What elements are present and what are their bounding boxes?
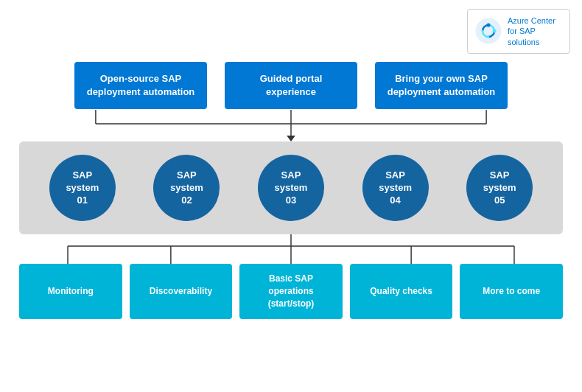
- azure-logo-icon: [475, 18, 502, 44]
- svg-marker-8: [287, 136, 295, 141]
- top-connector-svg: [19, 109, 563, 141]
- bottom-connector-svg: [19, 234, 563, 264]
- bottom-box-discoverability: Discoverability: [130, 264, 233, 318]
- azure-badge-label: Azure Center for SAP solutions: [508, 15, 555, 47]
- top-box-opensource: Open-source SAP deployment automation: [74, 62, 207, 109]
- sap-circle-03: SAPsystem03: [258, 155, 324, 221]
- middle-band: SAPsystem01 SAPsystem02 SAPsystem03 SAPs…: [19, 141, 563, 234]
- svg-point-2: [493, 29, 497, 33]
- sap-circle-03-label: SAPsystem03: [275, 169, 308, 207]
- sap-circle-02: SAPsystem02: [153, 155, 220, 221]
- sap-circle-05-label: SAPsystem05: [483, 169, 516, 207]
- top-row: Open-source SAP deployment automation Gu…: [12, 62, 570, 109]
- bottom-connectors: [19, 234, 563, 264]
- bottom-box-quality-checks: Quality checks: [350, 264, 453, 318]
- sap-circle-04: SAPsystem04: [362, 155, 429, 221]
- page-container: Azure Center for SAP solutions Open-sour…: [0, 0, 582, 392]
- top-connectors: [19, 109, 563, 141]
- svg-point-1: [487, 24, 491, 27]
- bottom-row: Monitoring Discoverability Basic SAP ope…: [19, 264, 563, 318]
- sap-circle-02-label: SAPsystem02: [170, 169, 203, 207]
- sap-circle-01-label: SAPsystem01: [66, 169, 99, 207]
- bottom-box-more-to-come: More to come: [460, 264, 563, 318]
- bottom-box-basic-sap: Basic SAP operations (start/stop): [239, 264, 343, 318]
- sap-circle-05: SAPsystem05: [466, 155, 533, 221]
- top-box-guided: Guided portal experience: [225, 62, 357, 109]
- bottom-box-monitoring: Monitoring: [19, 264, 122, 318]
- azure-badge: Azure Center for SAP solutions: [467, 9, 570, 54]
- svg-point-0: [476, 18, 501, 43]
- sap-circle-01: SAPsystem01: [49, 155, 116, 221]
- sap-circle-04-label: SAPsystem04: [379, 169, 412, 207]
- top-box-bringyourown: Bring your own SAP deployment automation: [375, 62, 508, 109]
